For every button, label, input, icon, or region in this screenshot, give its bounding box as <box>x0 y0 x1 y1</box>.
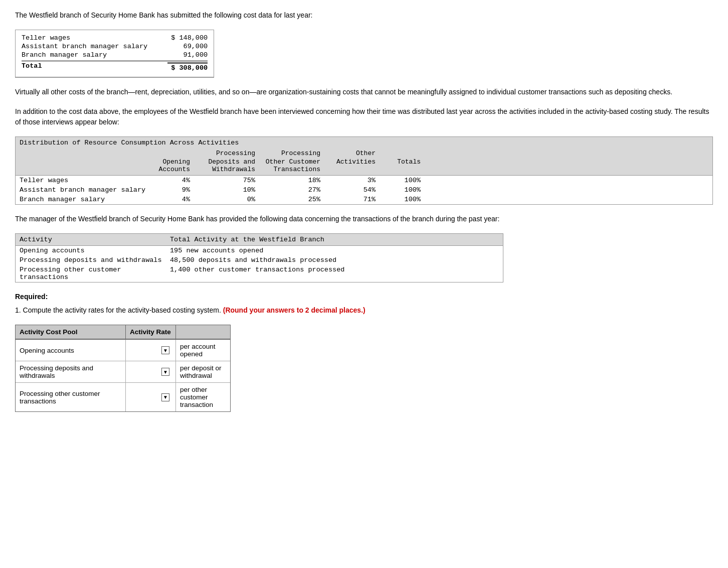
cost-label-branch: Branch manager salary <box>22 51 107 59</box>
dist-h2-line1 <box>150 150 200 157</box>
acp-row2-rate-cell: ▼ <box>126 383 176 411</box>
para1-text: Virtually all other costs of the branch—… <box>15 87 713 97</box>
dist-header-row2: Processing Processing Other <box>16 149 712 158</box>
dist-h3-line2: Deposits andWithdrawals <box>200 158 265 173</box>
activity-col1-header: Activity <box>20 236 170 243</box>
cost-amount-branch: 91,000 <box>167 51 208 59</box>
required-text-part2: (Round your answers to 2 decimal places.… <box>223 306 366 314</box>
acp-row0-pool: Opening accounts <box>16 340 126 361</box>
cost-table-body: Teller wages $ 148,000 Assistant branch … <box>16 30 214 77</box>
dist-h3-line1: Processing <box>200 150 265 157</box>
acp-row2-input-area[interactable]: ▼ <box>130 393 171 401</box>
dist-row-assistant-c5: 100% <box>386 186 421 194</box>
activity-row-2: Processing other customer transactions 1… <box>16 265 503 282</box>
para1-section: Virtually all other costs of the branch—… <box>15 87 713 97</box>
para3-section: The manager of the Westfield branch of S… <box>15 214 713 224</box>
dist-row-assistant-c3: 27% <box>265 186 330 194</box>
activity-row-1: Processing deposits and withdrawals 48,5… <box>16 255 503 265</box>
activity-row2-col2: 1,400 other customer transactions proces… <box>170 266 499 281</box>
acp-row2-unit: per other customer transaction <box>176 383 230 411</box>
acp-row0-unit: per account opened <box>176 340 230 361</box>
acp-row2-unit-line1: per other customer <box>180 386 226 401</box>
cost-row-total: Total $ 308,000 <box>22 61 208 72</box>
acp-row2-unit-line2: transaction <box>180 401 226 408</box>
activity-row2-col1: Processing other customer transactions <box>20 266 170 281</box>
activity-row0-col2: 195 new accounts opened <box>170 247 499 254</box>
acp-header-row: Activity Cost Pool Activity Rate <box>16 325 230 340</box>
dist-row-teller-c1: 4% <box>150 177 200 184</box>
dist-title: Distribution of Resource Consumption Acr… <box>16 137 712 149</box>
para2-section: In addition to the cost data above, the … <box>15 106 713 127</box>
activity-table: Activity Total Activity at the Westfield… <box>15 233 503 282</box>
dist-row-assistant-c2: 10% <box>200 186 265 194</box>
dist-row-teller-c5: 100% <box>386 177 421 184</box>
dist-h5-line2: Activities <box>330 158 386 173</box>
activity-header-row: Activity Total Activity at the Westfield… <box>16 234 503 246</box>
dist-row-branch-c1: 4% <box>150 196 200 203</box>
dist-h4-line1: Processing <box>265 150 330 157</box>
dist-row-teller-c3: 18% <box>265 177 330 184</box>
activity-row1-col1: Processing deposits and withdrawals <box>20 256 170 264</box>
dist-row-branch-c2: 0% <box>200 196 265 203</box>
required-text: 1. Compute the activity rates for the ac… <box>15 305 713 316</box>
acp-row-2: Processing other customer transactions ▼… <box>16 383 230 411</box>
acp-row2-unit-content: per other customer transaction <box>180 386 226 408</box>
cost-row-branch: Branch manager salary 91,000 <box>22 51 208 59</box>
dist-h6 <box>386 150 421 157</box>
cost-row-teller: Teller wages $ 148,000 <box>22 34 208 42</box>
dist-row-branch-c4: 71% <box>330 196 386 203</box>
dist-row-branch-c5: 100% <box>386 196 421 203</box>
dist-row-teller: Teller wages 4% 75% 18% 3% 100% <box>16 176 712 185</box>
dist-empty-label <box>20 150 150 157</box>
dist-row-teller-c2: 75% <box>200 177 265 184</box>
dist-row-teller-label: Teller wages <box>20 177 150 184</box>
dist-row-assistant-c1: 9% <box>150 186 200 194</box>
dist-h4-line2: Other CustomerTransactions <box>265 158 330 173</box>
activity-row0-col1: Opening accounts <box>20 247 170 254</box>
acp-row0-input-area[interactable]: ▼ <box>130 346 171 354</box>
cost-data-table: Teller wages $ 148,000 Assistant branch … <box>15 30 214 78</box>
intro-text: The Westfield branch of Security Home Ba… <box>15 10 713 21</box>
para3-text: The manager of the Westfield branch of S… <box>15 214 713 224</box>
dist-row-teller-c4: 3% <box>330 177 386 184</box>
cost-amount-total: $ 308,000 <box>167 62 208 72</box>
dist-empty-label2 <box>20 158 150 173</box>
acp-header-col2: Activity Rate <box>126 325 176 339</box>
acp-row1-unit: per deposit or withdrawal <box>176 361 230 382</box>
required-text-part1: 1. Compute the activity rates for the ac… <box>15 306 221 314</box>
acp-table: Activity Cost Pool Activity Rate Opening… <box>15 325 231 412</box>
cost-label-total: Total <box>22 62 42 72</box>
cost-amount-assistant: 69,000 <box>167 43 208 50</box>
cost-row-assistant: Assistant branch manager salary 69,000 <box>22 43 208 50</box>
dist-row-branch: Branch manager salary 4% 0% 25% 71% 100% <box>16 195 712 204</box>
required-label: Required: <box>15 292 713 302</box>
para2-text: In addition to the cost data above, the … <box>15 106 713 127</box>
acp-row0-arrow[interactable]: ▼ <box>161 346 169 354</box>
dist-row-assistant: Assistant branch manager salary 9% 10% 2… <box>16 185 712 195</box>
acp-row2-pool: Processing other customer transactions <box>16 383 126 411</box>
acp-row1-pool: Processing deposits and withdrawals <box>16 361 126 382</box>
acp-row1-arrow[interactable]: ▼ <box>161 368 169 376</box>
dist-h5-line1: Other <box>330 150 386 157</box>
cost-label-teller: Teller wages <box>22 34 70 42</box>
distribution-table: Distribution of Resource Consumption Acr… <box>15 136 713 205</box>
dist-row-assistant-c4: 54% <box>330 186 386 194</box>
cost-amount-teller: $ 148,000 <box>167 34 208 42</box>
cost-label-assistant: Assistant branch manager salary <box>22 43 147 50</box>
dist-h2-line2: OpeningAccounts <box>150 158 200 173</box>
dist-row-branch-c3: 25% <box>265 196 330 203</box>
required-section: Required: 1. Compute the activity rates … <box>15 292 713 316</box>
acp-row2-arrow[interactable]: ▼ <box>161 393 169 401</box>
activity-row-0: Opening accounts 195 new accounts opened <box>16 246 503 255</box>
acp-row1-input-area[interactable]: ▼ <box>130 368 171 376</box>
dist-row-branch-label: Branch manager salary <box>20 196 150 203</box>
dist-h6-totals: Totals <box>386 158 421 173</box>
dist-row-assistant-label: Assistant branch manager salary <box>20 186 150 194</box>
acp-header-col3 <box>176 325 230 339</box>
activity-row1-col2: 48,500 deposits and withdrawals processe… <box>170 256 499 264</box>
acp-row-1: Processing deposits and withdrawals ▼ pe… <box>16 361 230 383</box>
acp-row1-rate-cell: ▼ <box>126 361 176 382</box>
intro-section: The Westfield branch of Security Home Ba… <box>15 10 713 21</box>
acp-header-col1: Activity Cost Pool <box>16 325 126 339</box>
activity-col2-header: Total Activity at the Westfield Branch <box>170 236 499 243</box>
